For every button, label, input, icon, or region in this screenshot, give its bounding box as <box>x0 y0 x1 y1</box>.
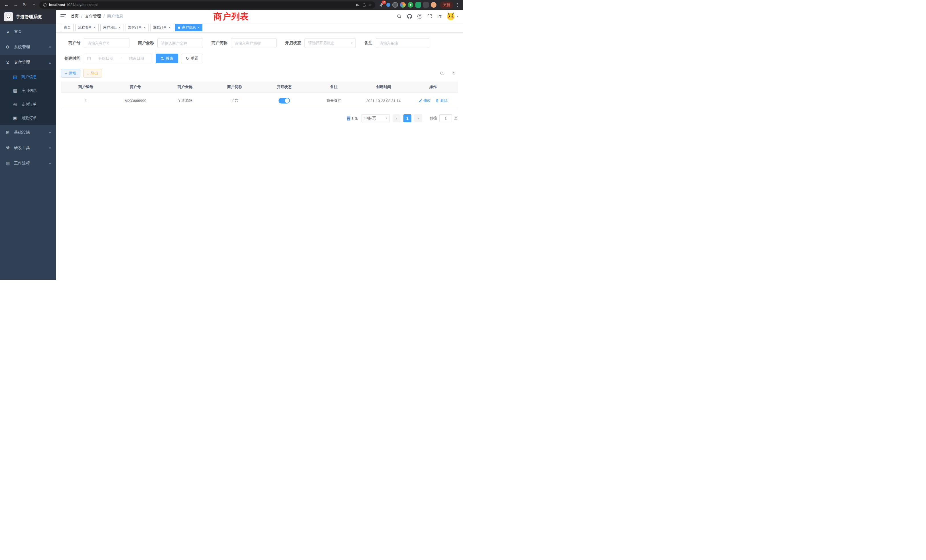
full-name-input[interactable] <box>157 38 203 48</box>
app-logo-bar[interactable]: 芋道管理系统 <box>0 10 56 24</box>
chevron-up-icon: ▴ <box>49 61 51 64</box>
close-icon[interactable]: × <box>168 26 171 29</box>
remark-label: 备注 <box>365 41 372 45</box>
sidebar-item-system[interactable]: ⚙ 系统管理 ▾ <box>0 39 56 55</box>
tag-view-bar: 首页 流程表单× 用户分组× 支付订单× 退款订单× 商户信息× <box>56 23 463 32</box>
user-avatar-menu[interactable]: ▾ <box>446 12 458 21</box>
page-size-select[interactable]: 10条/页 ▾ <box>361 114 390 122</box>
sidebar-item-home[interactable]: ◕ 首页 <box>0 24 56 39</box>
document-icon: ▣ <box>12 115 18 121</box>
status-select[interactable]: 请选择开启状态 ▾ <box>304 38 356 48</box>
github-icon[interactable] <box>407 14 412 19</box>
tab-user-group[interactable]: 用户分组× <box>100 24 124 31</box>
col-short-name: 商户简称 <box>210 82 259 92</box>
tab-pay-order[interactable]: 支付订单× <box>125 24 148 31</box>
page-number-1[interactable]: 1 <box>403 114 412 122</box>
browser-back-icon[interactable]: ← <box>3 1 10 9</box>
close-icon[interactable]: × <box>119 26 121 29</box>
chevron-down-icon: ▾ <box>49 162 51 165</box>
reset-button[interactable]: ↻ 重置 <box>181 54 203 63</box>
chevron-down-icon: ▾ <box>49 146 51 150</box>
tab-home[interactable]: 首页 <box>61 24 74 31</box>
goto-label: 前往 <box>430 116 437 121</box>
grid-icon: ▦ <box>12 88 18 93</box>
url-path: :1024/pay/merchant <box>65 3 98 7</box>
sidebar-item-devtools[interactable]: ⚒ 研发工具 ▾ <box>0 140 56 156</box>
tab-merchant-info[interactable]: 商户信息× <box>175 24 203 31</box>
browser-home-icon[interactable]: ⌂ <box>30 1 38 9</box>
toggle-search-icon[interactable] <box>438 69 446 77</box>
create-time-label: 创建时间 <box>61 56 80 61</box>
close-icon[interactable]: × <box>144 26 146 29</box>
extension-icon[interactable] <box>386 3 390 7</box>
short-name-input[interactable] <box>231 38 277 48</box>
browser-forward-icon[interactable]: → <box>12 1 20 9</box>
pagination: 共 1 条 10条/页 ▾ ‹ 1 › 前往 页 <box>61 114 458 122</box>
extension-icon[interactable] <box>408 2 413 8</box>
remark-input[interactable] <box>376 38 429 48</box>
delete-link[interactable]: 删除 <box>435 98 448 103</box>
extension-icon[interactable] <box>400 2 406 8</box>
extension-icon[interactable] <box>431 2 436 8</box>
next-page-button[interactable]: › <box>414 114 422 122</box>
app-logo <box>4 12 13 21</box>
export-button[interactable]: ↓ 导出 <box>83 69 102 77</box>
cell-full-name: 芋道源码 <box>160 92 210 109</box>
col-actions: 操作 <box>408 82 458 92</box>
extensions-puzzle-icon[interactable]: 10 <box>378 2 384 8</box>
sidebar-item-label: 工作流程 <box>14 161 30 166</box>
extension-icon[interactable] <box>392 2 398 8</box>
header-search-icon[interactable] <box>397 14 402 19</box>
merchant-no-input[interactable] <box>84 38 129 48</box>
sidebar-item-label: 系统管理 <box>14 44 30 50</box>
share-icon[interactable] <box>362 3 366 7</box>
breadcrumb-current: 商户信息 <box>107 14 123 19</box>
page-unit-label: 页 <box>454 116 458 121</box>
browser-menu-icon[interactable]: ⋮ <box>455 2 460 8</box>
breadcrumb-home[interactable]: 首页 <box>71 14 79 19</box>
col-remark: 备注 <box>309 82 359 92</box>
fullscreen-icon[interactable] <box>427 14 432 18</box>
goto-page-input[interactable] <box>439 114 452 122</box>
tab-refund-order[interactable]: 退款订单× <box>150 24 174 31</box>
sidebar-item-payment[interactable]: ¥ 支付管理 ▴ <box>0 55 56 70</box>
browser-update-button[interactable]: 更新 <box>440 2 453 9</box>
create-time-range-picker[interactable]: 开始日期 - 结束日期 <box>84 54 152 63</box>
chevron-down-icon: ▾ <box>457 15 458 18</box>
help-icon[interactable]: ? <box>418 14 422 19</box>
edit-link[interactable]: 修改 <box>419 98 431 103</box>
extension-icon[interactable] <box>423 2 429 8</box>
col-full-name: 商户全称 <box>160 82 210 92</box>
breadcrumb-payment[interactable]: 支付管理 <box>85 14 101 19</box>
prev-page-button[interactable]: ‹ <box>393 114 401 122</box>
sidebar-item-pay-order[interactable]: ◎ 支付订单 <box>0 97 56 111</box>
breadcrumb: 首页 / 支付管理 / 商户信息 <box>71 14 123 19</box>
search-button[interactable]: 搜索 <box>156 54 178 63</box>
sidebar-item-workflow[interactable]: ▥ 工作流程 ▾ <box>0 156 56 171</box>
address-bar[interactable]: localhost:1024/pay/merchant ☆ <box>39 2 375 9</box>
close-icon[interactable]: × <box>197 26 200 29</box>
refresh-table-icon[interactable]: ↻ <box>450 69 458 77</box>
browser-reload-icon[interactable]: ↻ <box>21 1 29 9</box>
font-size-icon[interactable]: TT <box>437 14 441 18</box>
refresh-icon: ↻ <box>186 57 189 61</box>
bookmark-star-icon[interactable]: ☆ <box>368 3 372 7</box>
sidebar-item-infrastructure[interactable]: ⊞ 基础设施 ▾ <box>0 125 56 140</box>
status-toggle[interactable] <box>278 98 290 103</box>
sidebar-item-merchant-info[interactable]: ▤ 商户信息 <box>0 70 56 84</box>
browser-toolbar: ← → ↻ ⌂ localhost:1024/pay/merchant ☆ 10… <box>0 0 463 10</box>
sidebar-item-refund-order[interactable]: ▣ 退款订单 <box>0 111 56 125</box>
password-key-icon[interactable] <box>356 3 360 7</box>
page-annotation: 商户列表 <box>213 11 249 23</box>
hamburger-icon[interactable] <box>61 14 66 18</box>
sidebar-item-app-info[interactable]: ▦ 应用信息 <box>0 84 56 97</box>
tab-process-form[interactable]: 流程表单× <box>75 24 98 31</box>
target-icon: ◎ <box>12 102 18 107</box>
dashboard-icon: ◕ <box>5 29 10 34</box>
add-button[interactable]: + 新增 <box>61 69 80 77</box>
sidebar-item-label: 首页 <box>14 29 22 34</box>
briefcase-icon: ▥ <box>5 161 10 166</box>
close-icon[interactable]: × <box>94 26 96 29</box>
site-info-icon[interactable] <box>43 3 47 7</box>
extension-icon[interactable] <box>415 2 421 8</box>
